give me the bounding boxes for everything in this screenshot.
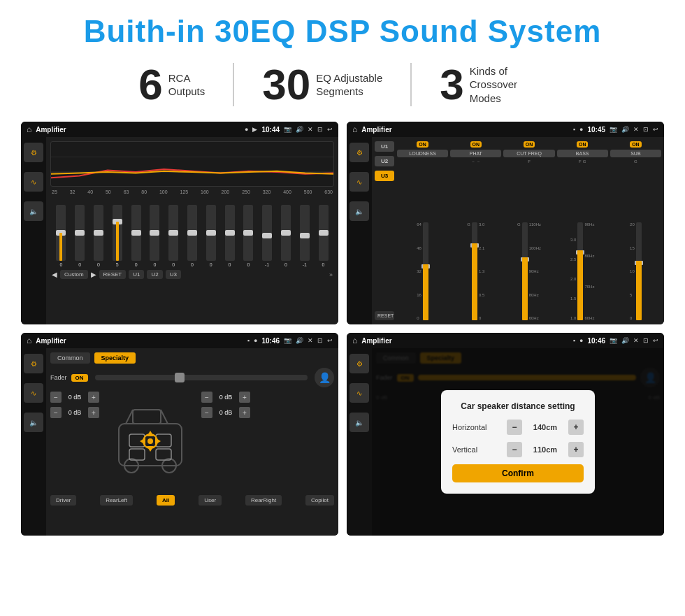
next-arrow[interactable]: ▶ <box>91 271 96 278</box>
eq-slider-15[interactable]: 0 <box>319 205 329 267</box>
u2-preset[interactable]: U2 <box>375 156 394 166</box>
fader-minus-3[interactable]: − <box>201 392 212 403</box>
all-btn[interactable]: All <box>157 495 175 506</box>
copilot-btn[interactable]: Copilot <box>305 495 334 506</box>
crossover-spk-btn[interactable]: 🔈 <box>349 201 369 221</box>
fader-content-area: − 0 dB + − 0 dB + <box>50 392 334 491</box>
prev-arrow[interactable]: ◀ <box>52 271 57 278</box>
fader-minus-4[interactable]: − <box>201 407 212 418</box>
screen2-time: 10:45 <box>587 126 605 134</box>
crossover-wave-btn[interactable]: ∿ <box>349 172 369 192</box>
eq-slider-5[interactable]: 0 <box>131 205 141 267</box>
dialog-eq-btn[interactable]: ⚙ <box>349 354 369 373</box>
u3-preset[interactable]: U3 <box>375 171 394 181</box>
channel-loudness: ON LOUDNESS 644832160 <box>397 141 448 320</box>
x-icon-3: ✕ <box>308 337 313 344</box>
fader-eq-btn[interactable]: ⚙ <box>24 354 43 373</box>
eq-slider-8[interactable]: 0 <box>187 205 197 267</box>
window-icon-4: ⊡ <box>643 337 649 344</box>
confirm-button[interactable]: Confirm <box>452 464 584 482</box>
screen3-time: 10:46 <box>261 337 280 345</box>
loudness-slider[interactable] <box>423 222 428 320</box>
x-icon-2: ✕ <box>633 126 639 133</box>
eq-slider-3[interactable]: 0 <box>94 205 103 267</box>
fader-car-area <box>105 396 196 487</box>
fader-plus-1[interactable]: + <box>88 392 99 403</box>
svg-marker-18 <box>155 438 161 445</box>
fader-minus-2[interactable]: − <box>50 407 62 418</box>
u1-preset[interactable]: U1 <box>375 141 394 152</box>
horizontal-minus-btn[interactable]: − <box>507 420 522 435</box>
eq-slider-9[interactable]: 0 <box>206 205 216 267</box>
fader-plus-2[interactable]: + <box>88 407 99 418</box>
crossover-eq-btn[interactable]: ⚙ <box>349 143 369 162</box>
fader-slider-track[interactable] <box>95 375 308 380</box>
phat-slider[interactable] <box>472 222 477 320</box>
u3-btn[interactable]: U3 <box>166 270 181 279</box>
window-icon-2: ⊡ <box>643 126 649 133</box>
rearright-btn[interactable]: RearRight <box>245 495 282 506</box>
fader-person: 👤 <box>315 368 334 387</box>
eq-slider-14[interactable]: -1 <box>300 205 310 267</box>
eq-slider-7[interactable]: 0 <box>168 205 178 267</box>
fader-header: Fader ON 👤 <box>50 368 334 387</box>
dialog-spk-btn[interactable]: 🔈 <box>349 413 369 432</box>
fader-plus-3[interactable]: + <box>239 392 250 403</box>
eq-btn[interactable]: ⚙ <box>24 143 43 162</box>
eq-slider-1[interactable]: 0 <box>56 205 66 267</box>
fader-on-badge[interactable]: ON <box>71 374 88 382</box>
custom-preset[interactable]: Custom <box>60 270 88 279</box>
eq-slider-11[interactable]: 0 <box>243 205 253 267</box>
horizontal-plus-btn[interactable]: + <box>568 420 584 435</box>
eq-slider-10[interactable]: 0 <box>225 205 235 267</box>
eq-slider-6[interactable]: 0 <box>150 205 159 267</box>
fader-label: Fader <box>50 374 67 381</box>
main-title: Buith-in 30EQ DSP Sound System <box>21 14 664 49</box>
rearleft-btn[interactable]: RearLeft <box>100 495 133 506</box>
fader-tab-specialty[interactable]: Specialty <box>94 352 136 364</box>
screen4-time: 10:46 <box>587 337 605 345</box>
eq-slider-12[interactable]: -1 <box>262 205 272 267</box>
cutfreq-slider[interactable] <box>522 222 528 320</box>
user-btn[interactable]: User <box>199 495 222 506</box>
speaker-btn[interactable]: 🔈 <box>24 201 43 221</box>
vertical-label: Vertical <box>452 445 501 454</box>
dialog-vertical-row: Vertical − 110cm + <box>452 442 584 457</box>
reset-btn[interactable]: RESET <box>99 270 127 279</box>
fader-sidebar: ⚙ ∿ 🔈 <box>21 348 46 536</box>
crossover-sidebar: ⚙ ∿ 🔈 <box>347 137 372 324</box>
fader-spk-btn[interactable]: 🔈 <box>24 413 43 432</box>
waveform-btn[interactable]: ∿ <box>24 172 43 192</box>
volume-icon-2: 🔊 <box>621 126 629 133</box>
eq-slider-13[interactable]: 0 <box>281 205 291 267</box>
horizontal-label: Horizontal <box>452 423 501 431</box>
fader-tab-common[interactable]: Common <box>50 352 90 364</box>
dialog-wave-btn[interactable]: ∿ <box>349 383 369 403</box>
fader-plus-4[interactable]: + <box>239 407 250 418</box>
dot-icon-4: ● <box>579 337 583 344</box>
reset-crossover-btn[interactable]: RESET <box>375 311 394 320</box>
eq-slider-4[interactable]: 5 <box>113 205 122 267</box>
stat-eq-number: 30 <box>262 63 310 106</box>
vertical-minus-btn[interactable]: − <box>507 442 522 457</box>
driver-btn[interactable]: Driver <box>50 495 76 506</box>
eq-slider-2[interactable]: 0 <box>75 205 85 267</box>
fader-minus-1[interactable]: − <box>50 392 62 403</box>
fader-wave-btn[interactable]: ∿ <box>24 383 43 403</box>
svg-rect-6 <box>133 410 161 424</box>
sub-slider[interactable] <box>636 222 642 320</box>
dialog-title: Car speaker distance setting <box>452 401 584 411</box>
vertical-plus-btn[interactable]: + <box>568 442 584 457</box>
crossover-channels: ON LOUDNESS 644832160 <box>397 141 661 320</box>
u2-btn[interactable]: U2 <box>147 270 162 279</box>
u1-btn[interactable]: U1 <box>129 270 144 279</box>
window-icon: ⊡ <box>317 126 323 133</box>
volume-icon-4: 🔊 <box>621 337 629 344</box>
crossover-presets: U1 U2 U3 RESET <box>375 141 394 320</box>
home-icon: ⌂ <box>27 124 31 134</box>
screenshots-grid: ⌂ Amplifier ● ▶ 10:44 📷 🔊 ✕ ⊡ ↩ ⚙ ∿ 🔈 <box>21 122 664 536</box>
crossover-screen: ⚙ ∿ 🔈 U1 U2 U3 RESET <box>347 137 664 324</box>
svg-line-5 <box>161 410 168 424</box>
bass-slider[interactable] <box>577 222 583 320</box>
channel-sub: ON SUB G 20151050 <box>610 141 661 320</box>
